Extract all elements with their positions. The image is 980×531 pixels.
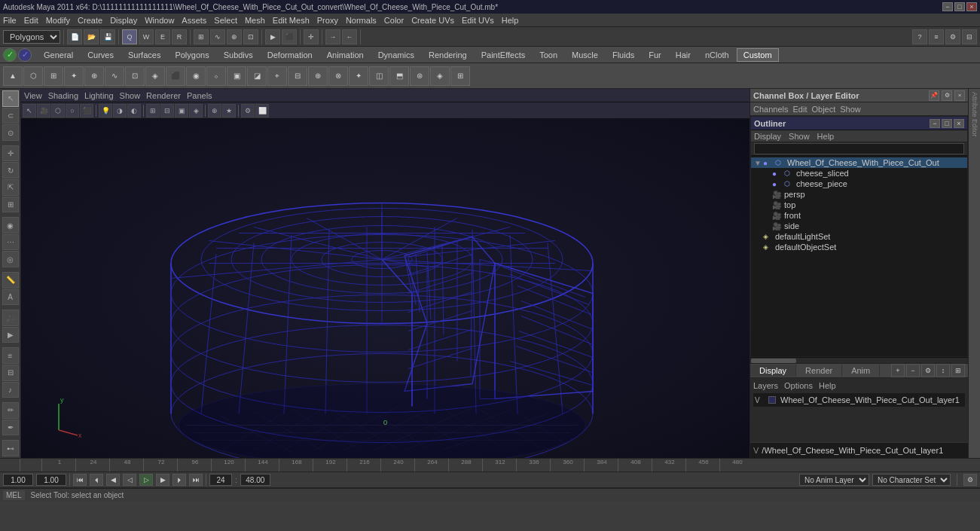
attribute-editor-icon[interactable]: ⊟ <box>962 29 977 44</box>
paint-tools-button[interactable]: ✏ <box>2 402 19 419</box>
vp-xray-icon[interactable]: ◈ <box>189 104 203 117</box>
next-key-button[interactable]: ▶ <box>156 474 169 486</box>
shelf-tab-painteffects[interactable]: PaintEffects <box>475 48 533 62</box>
ch-pin-icon[interactable]: 📌 <box>929 90 939 101</box>
snap-point-icon[interactable]: ⊕ <box>227 29 242 44</box>
end-frame-field[interactable] <box>240 474 270 486</box>
tree-item-side[interactable]: 🎥 side <box>760 221 967 231</box>
outliner-menu-help[interactable]: Help <box>817 132 835 141</box>
snap-grid-icon[interactable]: ⊞ <box>194 29 209 44</box>
step-back-button[interactable]: ⏴ <box>90 474 103 486</box>
viewport-canvas[interactable]: .wf { stroke: #2a2aaa; stroke-width: 1; … <box>21 119 750 458</box>
close-button[interactable]: × <box>966 2 977 11</box>
layer-row-1[interactable]: V Wheel_Of_Cheese_With_Piece_Cut_Out_lay… <box>753 393 965 407</box>
shelf-tab-subdivs[interactable]: Subdivs <box>217 48 260 62</box>
scale-tool-icon[interactable]: R <box>172 29 187 44</box>
menu-color[interactable]: Color <box>384 16 404 25</box>
paint-select-button[interactable]: ⊙ <box>2 124 19 141</box>
menu-help[interactable]: Help <box>502 16 519 25</box>
outliner-maximize-btn[interactable]: □ <box>942 119 952 128</box>
outliner-search-input[interactable] <box>754 143 964 154</box>
shelf-icon-20[interactable]: ⬒ <box>389 66 409 86</box>
shelf-icon-10[interactable]: ◉ <box>186 66 206 86</box>
move-tool-button[interactable]: ✛ <box>2 145 19 162</box>
layers-menu-help[interactable]: Help <box>819 381 836 390</box>
layers-menu-options[interactable]: Options <box>784 381 813 390</box>
menu-select[interactable]: Select <box>214 16 237 25</box>
shelf-icon-4[interactable]: ✦ <box>64 66 84 86</box>
cb-tab-object[interactable]: Object <box>811 105 835 114</box>
start-frame-input[interactable] <box>36 474 66 486</box>
shelf-icon-17[interactable]: ⊗ <box>328 66 348 86</box>
tree-item-cheese-piece[interactable]: ● ⬡ cheese_piece <box>760 179 967 189</box>
shelf-tab-rendering[interactable]: Rendering <box>422 48 474 62</box>
mel-python-label[interactable]: MEL <box>3 490 25 500</box>
shelf-icon-12[interactable]: ▣ <box>227 66 246 86</box>
snap-curve-icon[interactable]: ∿ <box>210 29 225 44</box>
go-to-end-button[interactable]: ⏭ <box>189 474 203 486</box>
render-view-button[interactable]: ▶ <box>2 327 19 343</box>
vp-menu-view[interactable]: View <box>24 91 42 100</box>
vp-shadow-icon[interactable]: ◑ <box>113 104 127 117</box>
camera-tool-button[interactable]: 🎥 <box>2 310 19 326</box>
channel-box-icon[interactable]: ≡ <box>929 29 944 44</box>
char-set-select[interactable]: No Character Set <box>872 474 951 486</box>
shelf-tab-curves[interactable]: Curves <box>81 48 121 62</box>
tree-item-persp[interactable]: 🎥 persp <box>760 189 967 200</box>
show-manipulator-icon[interactable]: ✛ <box>304 29 319 44</box>
tree-item-cheese-sliced[interactable]: ● ⬡ cheese_sliced <box>760 168 967 179</box>
vp-menu-panels[interactable]: Panels <box>187 91 212 100</box>
sculpt-button[interactable]: ⋯ <box>2 234 19 251</box>
shelf-icon-15[interactable]: ⊟ <box>288 66 307 86</box>
le-sort-icon[interactable]: ↕ <box>936 364 950 377</box>
anim-layer-select[interactable]: No Anim Layer <box>799 474 869 486</box>
shelf-tab-fluids[interactable]: Fluids <box>606 48 641 62</box>
play-back-button[interactable]: ◁ <box>123 474 136 486</box>
menu-proxy[interactable]: Proxy <box>317 16 338 25</box>
shelf-tab-ncloth[interactable]: nCloth <box>698 48 736 62</box>
vp-film-gate-icon[interactable]: ⬜ <box>255 104 269 117</box>
shelf-icon-21[interactable]: ⊛ <box>410 66 429 86</box>
outliner-minimize-btn[interactable]: − <box>930 119 940 128</box>
cb-tab-channels[interactable]: Channels <box>753 105 788 114</box>
shelf-tab-deformation[interactable]: Deformation <box>261 48 319 62</box>
vp-menu-lighting[interactable]: Lighting <box>84 91 114 100</box>
le-delete-layer-icon[interactable]: − <box>906 364 920 377</box>
vp-ao-icon[interactable]: ◐ <box>127 104 141 117</box>
shelf-icon-18[interactable]: ✦ <box>349 66 368 86</box>
snap-surface-icon[interactable]: ⊡ <box>243 29 258 44</box>
vp-select-icon[interactable]: ↖ <box>23 104 36 117</box>
shelf-tab-surfaces[interactable]: Surfaces <box>121 48 167 62</box>
confirm-tick-button[interactable]: ✓ <box>3 48 17 62</box>
menu-display[interactable]: Display <box>110 16 137 25</box>
input-node-icon[interactable]: → <box>325 29 340 44</box>
vp-menu-shading[interactable]: Shading <box>48 91 78 100</box>
shelf-tab-toon[interactable]: Toon <box>533 48 564 62</box>
layers-menu-layers[interactable]: Layers <box>753 381 778 390</box>
new-file-icon[interactable]: 📄 <box>67 29 82 44</box>
tree-item-lightset[interactable]: ◈ defaultLightSet <box>751 231 967 242</box>
go-to-start-button[interactable]: ⏮ <box>73 474 87 486</box>
prev-key-button[interactable]: ◀ <box>106 474 120 486</box>
menu-modify[interactable]: Modify <box>46 16 70 25</box>
shelf-tab-custom[interactable]: Custom <box>737 48 779 62</box>
render-icon[interactable]: ▶ <box>265 29 280 44</box>
vp-menu-show[interactable]: Show <box>120 91 141 100</box>
output-node-icon[interactable]: ← <box>342 29 357 44</box>
shelf-icon-19[interactable]: ◫ <box>369 66 389 86</box>
help-icon[interactable]: ? <box>912 29 927 44</box>
ch-close-icon[interactable]: × <box>954 90 965 101</box>
vp-menu-renderer[interactable]: Renderer <box>146 91 181 100</box>
menu-mesh[interactable]: Mesh <box>245 16 265 25</box>
menu-normals[interactable]: Normals <box>346 16 377 25</box>
viewport[interactable]: View Shading Lighting Show Renderer Pane… <box>21 89 750 458</box>
scale-tool-button[interactable]: ⇱ <box>2 179 19 196</box>
tree-item-objectset[interactable]: ◈ defaultObjectSet <box>751 242 967 252</box>
bp-tab-anim[interactable]: Anim <box>842 365 880 377</box>
cb-tab-edit[interactable]: Edit <box>792 105 807 114</box>
tool-settings-icon[interactable]: ⚙ <box>945 29 960 44</box>
minimize-button[interactable]: − <box>942 2 953 11</box>
shelf-icon-7[interactable]: ⊡ <box>125 66 145 86</box>
anim-layer-button[interactable]: ♪ <box>2 382 19 398</box>
le-new-layer-icon[interactable]: + <box>891 364 905 377</box>
